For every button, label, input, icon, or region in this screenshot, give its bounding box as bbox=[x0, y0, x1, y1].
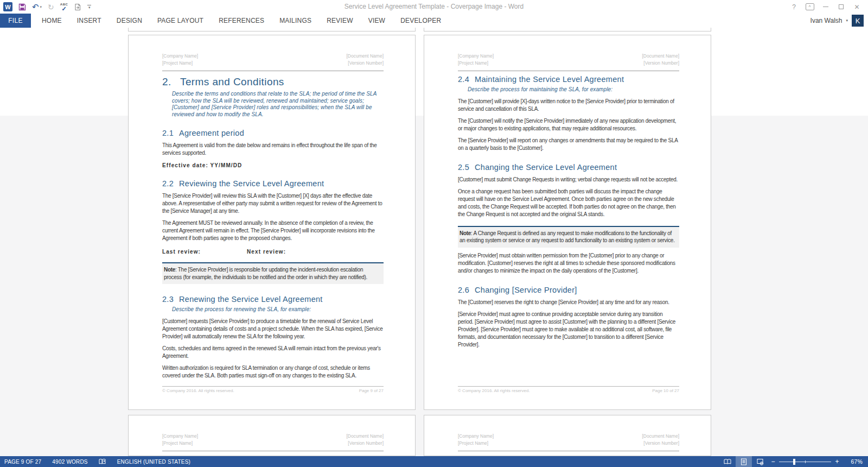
open-recent-file-icon[interactable] bbox=[74, 2, 81, 12]
account-area: Ivan Walsh ▾ K bbox=[810, 14, 864, 28]
header-version: [Version Number] bbox=[642, 60, 680, 67]
page-header: [Company Name] [Project Name] [Document … bbox=[458, 433, 679, 451]
close-icon[interactable]: ✕ bbox=[849, 0, 865, 14]
web-layout-icon[interactable] bbox=[752, 456, 768, 467]
footer-copyright: © Company 2016. All rights reserved. bbox=[162, 388, 234, 393]
section-heading: 2.2Reviewing the Service Level Agreement bbox=[162, 179, 384, 188]
header-company: [Company Name] bbox=[162, 433, 198, 440]
title-bar: W ↶▾ ↻ ABC ✓ ▾ Service Level Agreem bbox=[0, 0, 868, 14]
zoom-slider-thumb[interactable] bbox=[793, 459, 795, 465]
note-box: Note: A Change Request is defined as any… bbox=[458, 226, 679, 248]
header-project: [Project Name] bbox=[458, 60, 494, 67]
body-paragraph: [Customer] requests [Service Provider] t… bbox=[162, 318, 384, 340]
footer-page-number: Page 9 of 27 bbox=[359, 388, 384, 393]
zoom-percentage[interactable]: 67% bbox=[844, 458, 863, 465]
section-heading: 2.3Renewing the Service Level Agreement bbox=[162, 295, 384, 304]
header-version: [Version Number] bbox=[347, 60, 384, 67]
word-app-icon: W bbox=[3, 2, 12, 12]
ribbon-tab-page-layout[interactable]: PAGE LAYOUT bbox=[150, 14, 211, 28]
header-version: [Version Number] bbox=[347, 440, 384, 447]
print-layout-icon[interactable] bbox=[736, 456, 752, 467]
previous-page-bottom-left bbox=[128, 28, 416, 31]
window-title: Service Level Agreement Template - Cover… bbox=[0, 0, 868, 14]
header-company: [Company Name] bbox=[162, 53, 198, 60]
zoom-slider-midpoint bbox=[805, 460, 806, 463]
spelling-grammar-icon[interactable]: ABC ✓ bbox=[60, 2, 68, 12]
status-word-count[interactable]: 4902 WORDS bbox=[52, 459, 87, 465]
next-review-label: Next review: bbox=[247, 249, 286, 255]
ribbon-tabs: HOMEINSERTDESIGNPAGE LAYOUTREFERENCESMAI… bbox=[34, 14, 449, 28]
account-caret-icon[interactable]: ▾ bbox=[846, 18, 848, 23]
quick-access-toolbar: W ↶▾ ↻ ABC ✓ ▾ bbox=[3, 0, 91, 14]
bold-field-line: Effective date: YY/MM/DD bbox=[162, 162, 384, 168]
customize-qat-icon[interactable]: ▾ bbox=[87, 2, 91, 12]
footer-copyright: © Company 2016. All rights reserved. bbox=[458, 388, 530, 393]
body-paragraph: Costs, schedules and items agreed in the… bbox=[162, 345, 384, 360]
section-heading: 2.5Changing the Service Level Agreement bbox=[458, 163, 679, 172]
guidance-text: Describe the terms and conditions that r… bbox=[172, 91, 380, 118]
save-icon[interactable] bbox=[18, 2, 26, 12]
ribbon-tab-references[interactable]: REFERENCES bbox=[211, 14, 272, 28]
minimize-icon[interactable] bbox=[818, 0, 833, 14]
avatar[interactable]: K bbox=[852, 15, 864, 27]
document-canvas: [Company Name] [Project Name] [Document … bbox=[0, 28, 868, 456]
header-project: [Project Name] bbox=[162, 440, 198, 447]
document-page-11-partial[interactable]: [Company Name] [Project Name] [Document … bbox=[128, 415, 416, 456]
footer-page-number: Page 10 of 27 bbox=[652, 388, 679, 393]
section-heading: 2.4Maintaining the Service Level Agreeme… bbox=[458, 75, 679, 84]
body-paragraph: [Service Provider] must agree to continu… bbox=[458, 311, 679, 349]
ribbon-tab-insert[interactable]: INSERT bbox=[69, 14, 109, 28]
header-project: [Project Name] bbox=[162, 60, 198, 67]
ribbon-tab-home[interactable]: HOME bbox=[34, 14, 69, 28]
page-content: 2.4Maintaining the Service Level Agreeme… bbox=[458, 75, 679, 349]
body-paragraph: This Agreement is valid from the date be… bbox=[162, 142, 384, 157]
document-page-10[interactable]: [Company Name] [Project Name] [Document … bbox=[424, 35, 711, 410]
page-header: [Company Name] [Project Name] [Document … bbox=[162, 433, 384, 451]
proofing-errors-icon[interactable] bbox=[99, 458, 106, 465]
review-fields-row: Last review:Next review: bbox=[162, 249, 384, 255]
undo-dropdown-caret[interactable]: ▾ bbox=[40, 5, 42, 9]
ribbon-tab-view[interactable]: VIEW bbox=[361, 14, 393, 28]
status-language[interactable]: ENGLISH (UNITED STATES) bbox=[117, 459, 190, 465]
page-header: [Company Name] [Project Name] [Document … bbox=[162, 53, 384, 71]
header-document: [Document Name] bbox=[642, 433, 680, 440]
body-paragraph: The [Customer] will provide [X]-days wri… bbox=[458, 98, 679, 113]
section-heading: 2.6Changing [Service Provider] bbox=[458, 286, 679, 294]
zoom-slider[interactable] bbox=[779, 456, 831, 467]
redo-icon[interactable]: ↻ bbox=[48, 2, 54, 12]
section-heading: 2.1Agreement period bbox=[162, 129, 384, 137]
undo-icon[interactable]: ↶▾ bbox=[32, 2, 42, 12]
read-mode-icon[interactable] bbox=[719, 456, 736, 467]
header-company: [Company Name] bbox=[458, 433, 494, 440]
status-page-indicator[interactable]: PAGE 9 OF 27 bbox=[4, 459, 41, 465]
guidance-text: Describe the process for renewing the SL… bbox=[172, 306, 380, 313]
body-paragraph: The [Service Provider] will report on an… bbox=[458, 137, 679, 152]
zoom-in-icon[interactable]: + bbox=[832, 458, 842, 465]
body-paragraph: Written authorization is required for SL… bbox=[162, 364, 384, 380]
ribbon-tab-developer[interactable]: DEVELOPER bbox=[393, 14, 449, 28]
page-header: [Company Name] [Project Name] [Document … bbox=[458, 53, 679, 71]
header-document: [Document Name] bbox=[347, 433, 384, 440]
ribbon-display-options-icon[interactable]: ˄ bbox=[802, 0, 818, 14]
status-bar: PAGE 9 OF 27 4902 WORDS ENGLISH (UNITED … bbox=[0, 456, 868, 467]
ribbon-tab-review[interactable]: REVIEW bbox=[319, 14, 361, 28]
page-footer: © Company 2016. All rights reserved. Pag… bbox=[162, 386, 384, 393]
body-paragraph: Once a change request has been submitted… bbox=[458, 188, 679, 218]
help-icon[interactable]: ? bbox=[786, 0, 802, 14]
ribbon-tab-mailings[interactable]: MAILINGS bbox=[272, 14, 319, 28]
document-page-9[interactable]: [Company Name] [Project Name] [Document … bbox=[128, 35, 416, 410]
status-bar-right: − + 67% bbox=[719, 456, 865, 467]
zoom-out-icon[interactable]: − bbox=[768, 458, 778, 465]
body-paragraph: The [Service Provider] will review this … bbox=[162, 192, 384, 215]
file-tab[interactable]: FILE bbox=[0, 14, 31, 28]
restore-icon[interactable] bbox=[833, 0, 849, 14]
page-footer: © Company 2016. All rights reserved. Pag… bbox=[458, 386, 679, 393]
previous-page-bottom-right bbox=[424, 28, 711, 31]
document-page-12-partial[interactable]: [Company Name] [Project Name] [Document … bbox=[424, 415, 711, 456]
body-paragraph: The Agreement MUST be reviewed annually.… bbox=[162, 219, 384, 242]
ribbon-tab-row: FILE HOMEINSERTDESIGNPAGE LAYOUTREFERENC… bbox=[0, 14, 868, 28]
account-user-name[interactable]: Ivan Walsh bbox=[810, 17, 843, 24]
ribbon-tab-design[interactable]: DESIGN bbox=[109, 14, 150, 28]
header-version: [Version Number] bbox=[642, 440, 680, 447]
body-paragraph: The [Customer] reserves the right to cha… bbox=[458, 299, 679, 306]
